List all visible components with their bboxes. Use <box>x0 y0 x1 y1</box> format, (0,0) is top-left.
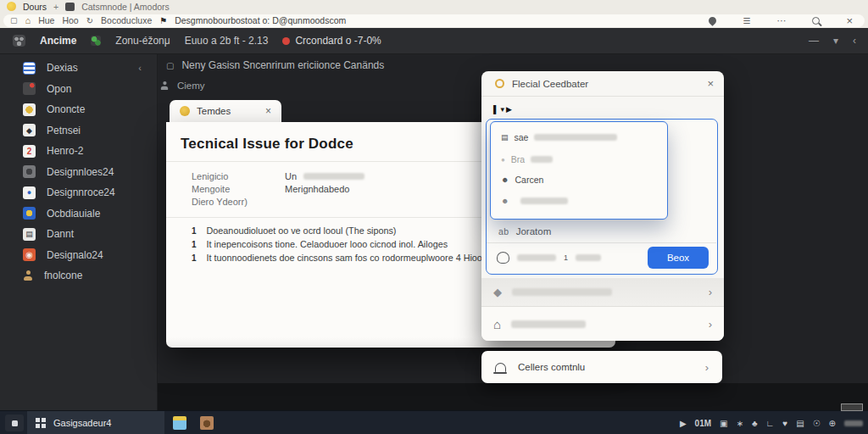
dropdown-item[interactable]: ● Bra <box>501 154 553 164</box>
sidebar-item-label: Opon <box>47 83 71 95</box>
sidebar-item-designnloes24[interactable]: Designnloes24 <box>0 162 157 183</box>
field-label: Lenigicio <box>192 171 285 181</box>
restore-icon[interactable]: ▾ <box>833 35 838 47</box>
play-icon[interactable]: ▶ <box>680 419 687 428</box>
menu-icon[interactable]: ☰ <box>743 16 750 25</box>
browser-tab-active[interactable]: Dours <box>23 2 47 12</box>
tray-notes-icon[interactable]: ▤ <box>796 419 804 428</box>
chevron-right-icon: › <box>709 318 712 331</box>
emoji-circle-icon[interactable] <box>497 252 509 264</box>
field-value: Merignhdabedo <box>285 184 349 194</box>
sidebar-item-henro2[interactable]: 2 Henro-2 <box>0 141 157 162</box>
sidebar-item-opon[interactable]: Opon <box>0 79 157 100</box>
new-tab-button[interactable]: + <box>53 2 58 12</box>
home-icon: ⌂ <box>493 317 501 331</box>
person-icon <box>23 270 33 281</box>
sidebar-item-ocbdiauiale[interactable]: Ocbdiauiale <box>0 203 157 225</box>
bullet-marker: 1 <box>192 240 197 249</box>
taskbar-app-files-icon[interactable] <box>200 416 214 430</box>
start-button[interactable] <box>5 415 24 431</box>
panel-title: Flecial Ceedbater <box>512 79 588 89</box>
nav-label-1[interactable]: Hue <box>38 15 54 25</box>
sidebar-item-label: Dannt <box>47 228 74 240</box>
browser-tab-inactive[interactable]: Catsmnode | Amodors <box>81 2 170 12</box>
tab-shape-icon[interactable]: ▢ <box>10 16 18 25</box>
sidebar: Dexias ‹ Opon Ononcte ◆ Petnsei 2 Henro-… <box>0 54 158 410</box>
minimize-icon[interactable]: — <box>809 35 819 47</box>
project-name[interactable]: Ancime <box>40 35 76 47</box>
vcs-status-icon[interactable] <box>91 36 101 46</box>
close-panel-icon[interactable]: × <box>707 77 714 90</box>
dropdown-item-label: Bra <box>511 154 525 164</box>
dialog-title: Tecnical Issue for Dodce <box>181 136 353 153</box>
user-row[interactable]: Ciemy <box>159 78 205 93</box>
tray-spark-icon[interactable]: ∗ <box>737 419 743 428</box>
bullet-marker: 1 <box>192 226 197 236</box>
nav-label-3[interactable]: Bocoducluxe <box>101 15 152 25</box>
user-avatar-icon <box>160 81 169 90</box>
sidebar-item-petnsei[interactable]: ◆ Petnsei <box>0 120 157 142</box>
home-icon[interactable]: ⌂ <box>25 15 31 25</box>
tray-club-icon[interactable]: ♣ <box>752 419 758 428</box>
feedback-panel: Flecial Ceedbater × ▌▾▶ ab Joratom 1 Beo… <box>481 71 724 341</box>
chevron-left-icon[interactable]: ‹ <box>138 63 142 73</box>
diamond-icon: ◆ <box>23 124 36 136</box>
taskbar-active-task[interactable]: Gasigsadeur4 <box>27 411 164 434</box>
nav-label-2[interactable]: Hoo <box>62 15 78 25</box>
sidebar-item-dannt[interactable]: ▤ Dannt <box>0 224 157 245</box>
sidebar-item-label: Petnsei <box>47 125 81 136</box>
search-icon[interactable] <box>812 17 820 25</box>
active-task-label: Gasigsadeur4 <box>53 418 112 428</box>
tray-window-icon[interactable]: ▣ <box>720 419 727 428</box>
tray-plus-circle-icon[interactable]: ⊕ <box>829 419 836 428</box>
tray-mini-badge <box>841 403 863 411</box>
document-icon <box>23 62 36 75</box>
location-pin-icon[interactable] <box>708 15 719 26</box>
notes-icon: ▤ <box>23 228 36 241</box>
redacted-text <box>511 320 586 328</box>
field-value: Un <box>285 171 297 181</box>
shortcut-label: Joratom <box>516 226 552 236</box>
user-name: Ciemy <box>177 81 205 91</box>
app-grid-icon <box>36 418 46 428</box>
close-tab-icon[interactable]: × <box>265 105 271 117</box>
panel-icon: ▢ <box>166 61 174 70</box>
branch-name[interactable]: Zonu-éžonμ <box>115 35 170 47</box>
taskbar-app-photos-icon[interactable] <box>173 416 186 430</box>
url-text[interactable]: Desgmnobourbostoat o: D@qunmoodscom <box>175 15 346 25</box>
app-logo-icon[interactable] <box>13 35 25 47</box>
doc-icon: ▤ <box>501 133 509 142</box>
message-input-row[interactable]: 1 Beox <box>487 243 716 272</box>
dialog-tab-temdes[interactable]: Temdes × <box>170 100 281 122</box>
bullet-item: 1 It inepencoisons tione. Celaoduoer loo… <box>192 239 448 249</box>
browser-tab2-icon <box>65 3 75 11</box>
tray-corner-icon[interactable]: ∟ <box>765 419 774 428</box>
collapse-icon[interactable]: ‹ <box>853 35 856 47</box>
sidebar-item-ononcte[interactable]: Ononcte <box>0 99 157 120</box>
dropdown-item[interactable]: ☻ <box>501 197 568 205</box>
close-window-icon[interactable]: × <box>846 14 853 27</box>
background-band <box>158 383 868 410</box>
blue-dot-icon: ● <box>23 186 36 199</box>
system-tray: ▶ 01M ▣ ∗ ♣ ∟ ♥ ▤ ☉ ⊕ <box>680 411 863 434</box>
send-button[interactable]: Beox <box>648 247 709 269</box>
sidebar-item-dexias[interactable]: Dexias ‹ <box>0 58 157 79</box>
dropdown-item[interactable]: ☻ Carcen <box>501 175 543 185</box>
bullet-item: 1 Doeanoudioluoet oo ve ocrd looul (The … <box>192 225 396 236</box>
browser-url-bar[interactable]: ▢ ⌂ Hue Hoo ↻ Bocoducluxe ⚑ Desgmnobourb… <box>3 14 865 27</box>
sidebar-item-designalo24[interactable]: ◉ Designalo24 <box>0 245 157 266</box>
panel-list-row[interactable]: ⌂ › <box>481 307 724 341</box>
bookmark-icon[interactable]: ⚑ <box>159 16 167 25</box>
tray-heart-icon[interactable]: ♥ <box>782 419 787 428</box>
start-icon <box>12 420 18 426</box>
notification-card[interactable]: Cellers comtnlu › <box>481 351 722 383</box>
shortcut-row[interactable]: ab Joratom <box>487 220 716 243</box>
tray-sun-icon[interactable]: ☉ <box>813 419 821 428</box>
sidebar-item-fnolcone[interactable]: fnolcone <box>0 265 157 287</box>
sidebar-item-label: Ocbdiauiale <box>47 208 100 220</box>
refresh-icon[interactable]: ↻ <box>86 16 93 25</box>
panel-list-row[interactable]: ◆ › <box>481 278 724 307</box>
more-icon[interactable]: ⋯ <box>776 15 786 26</box>
dropdown-item[interactable]: ▤ sae <box>501 132 617 142</box>
sidebar-item-designnroce24[interactable]: ● Designnroce24 <box>0 182 157 203</box>
